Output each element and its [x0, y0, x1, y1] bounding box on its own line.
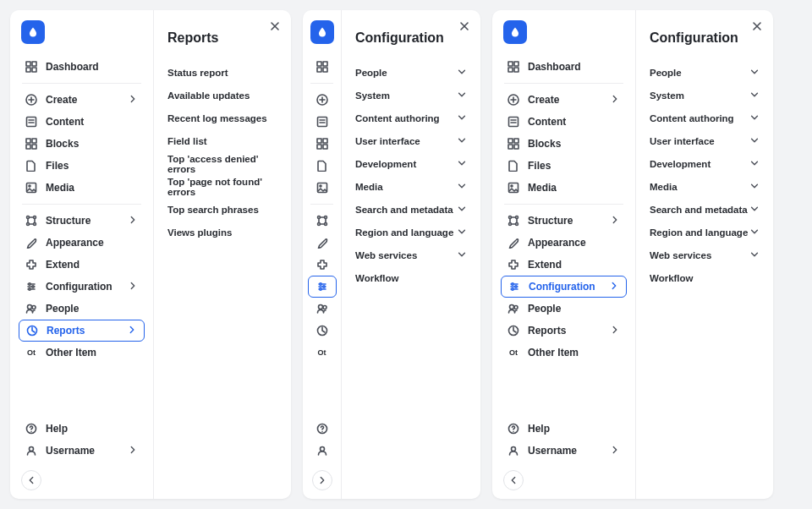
- nav-other-item[interactable]: Ot Other Item: [501, 342, 627, 364]
- nav-content[interactable]: Content: [501, 111, 627, 133]
- config-subitem-label: Search and metadata: [355, 205, 453, 215]
- config-subitem-label: Region and language: [650, 227, 748, 238]
- reports-subitem[interactable]: Top search phrases: [167, 198, 277, 221]
- nav-reports[interactable]: Reports: [19, 320, 145, 342]
- reports-icon: [26, 325, 38, 337]
- chevron-right-icon: [127, 325, 137, 337]
- chevron-down-icon: [749, 67, 760, 79]
- divider: [504, 204, 623, 205]
- nav-appearance[interactable]: Appearance: [501, 232, 627, 254]
- config-subitem[interactable]: Development: [650, 152, 760, 175]
- config-subitem[interactable]: Web services: [650, 244, 760, 266]
- config-subitem[interactable]: People: [650, 61, 760, 84]
- nav-content[interactable]: Content: [19, 111, 145, 133]
- nav-username[interactable]: [308, 440, 337, 462]
- app-logo[interactable]: [310, 20, 334, 44]
- close-button[interactable]: [457, 19, 472, 34]
- config-subitem[interactable]: User interface: [355, 129, 467, 152]
- nav-username[interactable]: Username: [501, 440, 627, 462]
- collapse-sidebar-button[interactable]: [21, 470, 41, 490]
- config-subitem[interactable]: Content authoring: [650, 107, 760, 129]
- nav-extend[interactable]: Extend: [501, 254, 627, 276]
- nav-label: Content: [46, 116, 84, 128]
- nav-files[interactable]: Files: [19, 155, 145, 177]
- nav-reports[interactable]: Reports: [501, 320, 627, 342]
- config-subitem[interactable]: Region and language: [650, 221, 760, 244]
- config-subitem-label: Content authoring: [650, 113, 734, 123]
- nav-help[interactable]: [308, 418, 337, 440]
- nav-username[interactable]: Username: [19, 440, 145, 462]
- reports-subitem[interactable]: Top 'page not found' errors: [167, 175, 277, 198]
- config-subitem-label: Web services: [355, 250, 417, 260]
- close-button[interactable]: [749, 19, 765, 34]
- divider: [310, 204, 332, 205]
- nav-dashboard[interactable]: Dashboard: [19, 56, 145, 78]
- nav-structure[interactable]: [308, 210, 337, 232]
- config-subitem[interactable]: Region and language: [355, 221, 467, 244]
- reports-subitem[interactable]: Status report: [167, 61, 277, 84]
- nav-help[interactable]: Help: [501, 418, 627, 440]
- nav-media[interactable]: Media: [19, 177, 145, 199]
- nav-people[interactable]: [308, 298, 337, 320]
- nav-help[interactable]: Help: [19, 418, 145, 440]
- nav-structure[interactable]: Structure: [19, 210, 145, 232]
- nav-blocks[interactable]: Blocks: [19, 133, 145, 155]
- nav-label: Help: [528, 423, 550, 435]
- nav-extend[interactable]: [308, 254, 337, 276]
- config-subitem[interactable]: Search and metadata: [650, 198, 760, 221]
- nav-files[interactable]: [308, 155, 337, 177]
- nav-content[interactable]: [308, 111, 337, 133]
- nav-label: Other Item: [528, 347, 579, 358]
- nav-blocks[interactable]: [308, 133, 337, 155]
- config-subitem[interactable]: Development: [355, 152, 467, 175]
- config-subitem[interactable]: System: [650, 84, 760, 107]
- config-subitem[interactable]: Search and metadata: [355, 198, 467, 221]
- nav-configuration[interactable]: [308, 276, 337, 298]
- config-subitem-label: Workflow: [355, 273, 399, 283]
- config-subitem[interactable]: Media: [650, 175, 760, 198]
- nav-people[interactable]: People: [19, 298, 145, 320]
- reports-subitem[interactable]: Field list: [167, 129, 277, 152]
- nav-people[interactable]: People: [501, 298, 627, 320]
- nav-appearance[interactable]: Appearance: [19, 232, 145, 254]
- config-subitem[interactable]: People: [355, 61, 467, 84]
- blocks-icon: [508, 138, 519, 150]
- nav-dashboard[interactable]: Dashboard: [501, 56, 627, 78]
- config-subitem[interactable]: Workflow: [650, 266, 760, 289]
- reports-subitem[interactable]: Recent log messages: [167, 107, 277, 129]
- nav-files[interactable]: Files: [501, 155, 627, 177]
- nav-create[interactable]: Create: [501, 89, 627, 111]
- reports-subitem[interactable]: Views plugins: [167, 221, 277, 244]
- media-icon: [25, 182, 37, 194]
- nav-media[interactable]: [308, 177, 337, 199]
- nav-other-item[interactable]: Ot: [308, 342, 337, 364]
- nav-configuration[interactable]: Configuration: [19, 276, 145, 298]
- config-subitem[interactable]: User interface: [650, 129, 760, 152]
- nav-blocks[interactable]: Blocks: [501, 133, 627, 155]
- nav-create[interactable]: [308, 89, 337, 111]
- nav-media[interactable]: Media: [501, 177, 627, 199]
- nav-label: Content: [528, 116, 566, 128]
- reports-subitem[interactable]: Top 'access denied' errors: [167, 152, 277, 175]
- close-button[interactable]: [267, 19, 283, 34]
- nav-other-item[interactable]: Ot Other Item: [19, 342, 145, 364]
- nav-structure[interactable]: Structure: [501, 210, 627, 232]
- expand-sidebar-button[interactable]: [312, 470, 332, 490]
- nav-extend[interactable]: Extend: [19, 254, 145, 276]
- structure-icon: [508, 215, 519, 227]
- plus-icon: [508, 94, 519, 106]
- reports-subitem[interactable]: Available updates: [167, 84, 277, 107]
- config-subitem[interactable]: Media: [355, 175, 467, 198]
- collapse-sidebar-button[interactable]: [503, 470, 524, 490]
- config-subitem[interactable]: Workflow: [355, 266, 467, 289]
- nav-configuration[interactable]: Configuration: [501, 276, 627, 298]
- nav-reports[interactable]: [308, 320, 337, 342]
- config-subitem[interactable]: System: [355, 84, 467, 107]
- nav-appearance[interactable]: [308, 232, 337, 254]
- nav-dashboard[interactable]: [308, 56, 337, 78]
- config-subitem[interactable]: Content authoring: [355, 107, 467, 129]
- app-logo[interactable]: [21, 20, 45, 44]
- config-subitem[interactable]: Web services: [355, 244, 467, 266]
- nav-create[interactable]: Create: [19, 89, 145, 111]
- app-logo[interactable]: [503, 20, 527, 44]
